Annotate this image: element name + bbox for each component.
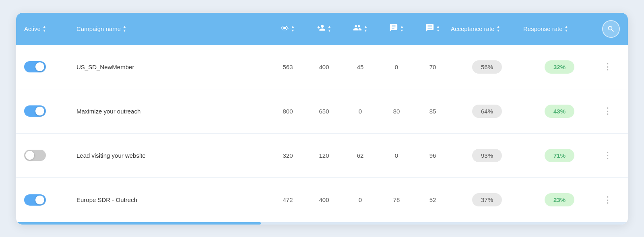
cell-members-1: 45 xyxy=(342,64,378,70)
acceptance-badge-1: 56% xyxy=(472,60,502,74)
members-icon xyxy=(353,23,362,34)
toggle-2[interactable] xyxy=(24,105,46,117)
cell-toggle-4[interactable] xyxy=(24,194,76,206)
cell-views-1: 563 xyxy=(270,64,306,70)
cell-toggle-2[interactable] xyxy=(24,105,76,117)
th-action xyxy=(596,20,620,38)
chat-icon xyxy=(425,23,434,34)
cell-acceptance-4: 37% xyxy=(451,193,523,206)
th-messages[interactable]: ▲▼ xyxy=(378,23,415,34)
sort-arrows-leads: ▲▼ xyxy=(328,25,331,33)
cell-chat-2: 85 xyxy=(415,108,451,115)
th-leads[interactable]: ▲▼ xyxy=(306,23,342,34)
sort-arrows-chat: ▲▼ xyxy=(436,25,440,33)
th-campaign-label: Campaign name xyxy=(76,25,121,32)
cell-toggle-1[interactable] xyxy=(24,61,76,72)
cell-campaign-name-3: Lead visiting your website xyxy=(76,152,270,159)
cell-acceptance-1: 56% xyxy=(451,60,523,74)
cell-menu-3[interactable]: ⋮ xyxy=(596,150,620,161)
cell-acceptance-3: 93% xyxy=(451,149,523,162)
th-acceptance-rate[interactable]: Acceptance rate ▲▼ xyxy=(451,25,523,33)
cell-toggle-3[interactable] xyxy=(24,150,76,161)
cell-response-2: 43% xyxy=(523,105,596,118)
cell-campaign-name-2: Maximize your outreach xyxy=(76,108,270,115)
response-badge-2: 43% xyxy=(545,105,574,118)
th-active[interactable]: Active ▲▼ xyxy=(24,25,76,33)
th-response-label: Response rate xyxy=(523,25,563,32)
th-campaign-name[interactable]: Campaign name ▲▼ xyxy=(76,25,270,33)
table-search-button[interactable] xyxy=(602,20,620,38)
cell-menu-2[interactable]: ⋮ xyxy=(596,106,620,116)
sort-arrows-acceptance: ▲▼ xyxy=(496,25,500,33)
sort-arrows-campaign: ▲▼ xyxy=(123,25,126,33)
cell-members-4: 0 xyxy=(342,196,378,203)
sort-arrows-active: ▲▼ xyxy=(43,25,46,33)
sort-arrows-messages: ▲▼ xyxy=(400,25,404,33)
message-alt-icon xyxy=(389,23,398,34)
th-members[interactable]: ▲▼ xyxy=(342,23,378,34)
table-row: Europe SDR - Outrech 472 400 0 78 52 37%… xyxy=(16,178,628,222)
response-badge-3: 71% xyxy=(545,149,574,162)
cell-campaign-name-4: Europe SDR - Outrech xyxy=(76,196,270,203)
table-body: US_SD_NewMember 563 400 45 0 70 56% 32% … xyxy=(16,45,628,222)
campaigns-table: Active ▲▼ Campaign name ▲▼ 👁 ▲▼ ▲▼ xyxy=(16,13,628,225)
cell-menu-1[interactable]: ⋮ xyxy=(596,62,620,72)
cell-response-1: 32% xyxy=(523,60,596,74)
th-acceptance-label: Acceptance rate xyxy=(451,25,494,32)
cell-campaign-name-1: US_SD_NewMember xyxy=(76,64,270,70)
table-row: Lead visiting your website 320 120 62 0 … xyxy=(16,134,628,178)
cell-messages-4: 78 xyxy=(378,196,415,203)
cell-response-4: 23% xyxy=(523,193,596,206)
cell-leads-3: 120 xyxy=(306,152,342,159)
cell-messages-2: 80 xyxy=(378,108,415,115)
sort-arrows-views: ▲▼ xyxy=(291,25,295,33)
toggle-3[interactable] xyxy=(24,150,46,161)
table-row: Maximize your outreach 800 650 0 80 85 6… xyxy=(16,89,628,134)
lead-add-icon xyxy=(317,23,326,34)
cell-chat-3: 96 xyxy=(415,152,451,159)
response-badge-4: 23% xyxy=(545,193,574,206)
cell-views-3: 320 xyxy=(270,152,306,159)
sort-arrows-members: ▲▼ xyxy=(364,25,367,33)
acceptance-badge-4: 37% xyxy=(472,193,502,206)
toggle-1[interactable] xyxy=(24,61,46,72)
scroll-bar[interactable] xyxy=(16,222,628,225)
th-response-rate[interactable]: Response rate ▲▼ xyxy=(523,25,596,33)
cell-messages-3: 0 xyxy=(378,152,415,159)
acceptance-badge-2: 64% xyxy=(472,105,502,118)
eye-icon: 👁 xyxy=(281,24,289,33)
cell-views-2: 800 xyxy=(270,108,306,115)
table-row: US_SD_NewMember 563 400 45 0 70 56% 32% … xyxy=(16,45,628,89)
cell-members-2: 0 xyxy=(342,108,378,115)
toggle-4[interactable] xyxy=(24,194,46,206)
cell-menu-4[interactable]: ⋮ xyxy=(596,195,620,205)
cell-acceptance-2: 64% xyxy=(451,105,523,118)
cell-chat-1: 70 xyxy=(415,64,451,70)
cell-leads-1: 400 xyxy=(306,64,342,70)
cell-members-3: 62 xyxy=(342,152,378,159)
cell-leads-4: 400 xyxy=(306,196,342,203)
cell-leads-2: 650 xyxy=(306,108,342,115)
th-chat[interactable]: ▲▼ xyxy=(415,23,451,34)
cell-chat-4: 52 xyxy=(415,196,451,203)
cell-messages-1: 0 xyxy=(378,64,415,70)
response-badge-1: 32% xyxy=(545,60,574,74)
sort-arrows-response: ▲▼ xyxy=(565,25,568,33)
table-header: Active ▲▼ Campaign name ▲▼ 👁 ▲▼ ▲▼ xyxy=(16,13,628,45)
th-active-label: Active xyxy=(24,25,41,32)
scroll-bar-thumb xyxy=(16,222,261,225)
acceptance-badge-3: 93% xyxy=(472,149,502,162)
cell-views-4: 472 xyxy=(270,196,306,203)
th-views[interactable]: 👁 ▲▼ xyxy=(270,24,306,33)
cell-response-3: 71% xyxy=(523,149,596,162)
